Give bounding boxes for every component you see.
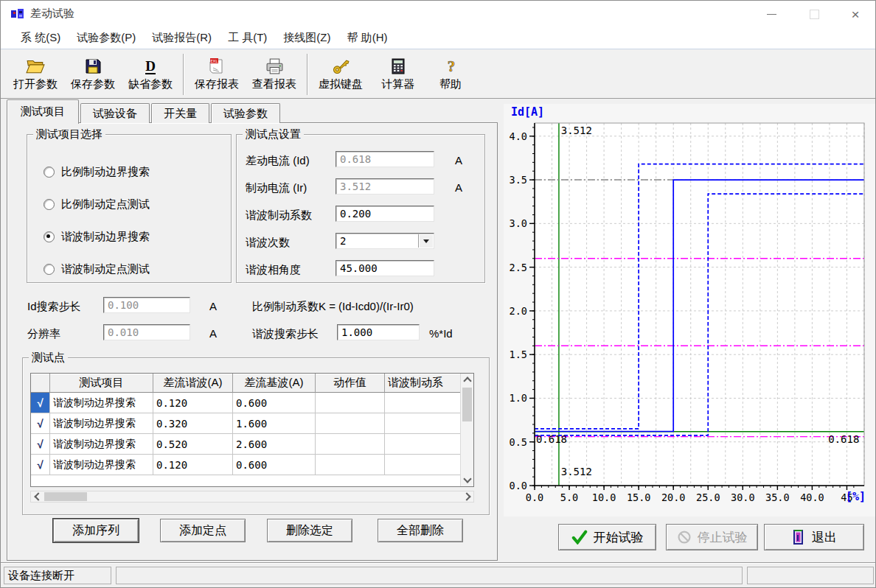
radio-ratio-boundary-search[interactable]: 比例制动边界搜索	[44, 164, 150, 179]
id-search-step-input[interactable]: 0.100	[103, 297, 190, 313]
add-fixed-point-button[interactable]: 添加定点	[160, 519, 246, 542]
chevron-left-icon	[34, 492, 42, 500]
tab-body-test-items: 测试项目选择 比例制动边界搜索 比例制动定点测试 谐波制动边界搜索 谐波制动定点…	[7, 122, 498, 561]
scroll-right-arrow[interactable]	[462, 491, 473, 502]
restraint-current-input[interactable]: 3.512	[336, 178, 434, 195]
radio-icon-selected	[44, 231, 55, 242]
row-check-cell[interactable]: √	[31, 413, 50, 434]
add-sequence-button[interactable]: 添加序列	[53, 519, 139, 542]
harmonic-order-label: 谐波次数	[246, 236, 290, 250]
cell-diff-fundamental[interactable]: 1.600	[233, 413, 316, 434]
menu-test-params[interactable]: 试验参数(P)	[69, 28, 144, 48]
cell-diff-fundamental[interactable]: 0.600	[233, 393, 316, 413]
dropdown-button[interactable]	[418, 234, 433, 248]
status-bar: 设备连接断开	[1, 562, 875, 588]
chevron-up-icon	[463, 377, 471, 385]
svg-text:4.0: 4.0	[510, 130, 527, 142]
cell-action-value[interactable]	[316, 413, 385, 434]
toolbar-virtual-keyboard[interactable]: 虚拟键盘	[312, 53, 369, 96]
restraint-current-unit: A	[455, 181, 462, 194]
table-row[interactable]: √ 谐波制动边界搜索 0.520 2.600	[31, 434, 460, 455]
tab-test-device[interactable]: 试验设备	[80, 103, 150, 123]
calculator-icon	[389, 57, 408, 76]
cell-diff-harmonic[interactable]: 0.120	[153, 393, 233, 413]
menu-system[interactable]: 系 统(S)	[13, 28, 69, 48]
cell-diff-harmonic[interactable]: 0.320	[153, 413, 233, 434]
harmonic-order-combobox[interactable]: 2	[336, 233, 434, 249]
toolbar-open-params[interactable]: 打开参数	[7, 53, 64, 96]
cell-action-value[interactable]	[316, 434, 385, 455]
row-check-cell[interactable]: √	[31, 393, 50, 413]
cell-diff-harmonic[interactable]: 0.120	[153, 455, 233, 475]
status-extra-area	[747, 567, 874, 584]
tab-switch-quantity[interactable]: 开关量	[151, 103, 209, 123]
cell-harmonic-coef[interactable]	[385, 434, 460, 455]
radio-icon	[44, 167, 55, 178]
toolbar-view-report[interactable]: 查看报表	[246, 53, 303, 96]
close-button[interactable]: ×	[838, 1, 872, 27]
toolbar-open-params-label: 打开参数	[13, 77, 58, 91]
row-check-cell[interactable]: √	[31, 455, 50, 475]
exit-button[interactable]: 退出	[764, 524, 864, 550]
scroll-down-arrow[interactable]	[461, 474, 473, 486]
table-horizontal-scrollbar[interactable]	[30, 491, 474, 503]
window-title: 差动试验	[30, 7, 74, 21]
delete-selected-button[interactable]: 删除选定	[267, 519, 352, 542]
cell-action-value[interactable]	[316, 393, 385, 413]
menu-help[interactable]: 帮 助(H)	[338, 28, 395, 48]
tab-test-items[interactable]: 测试项目	[7, 99, 79, 124]
radio-harmonic-boundary-search[interactable]: 谐波制动边界搜索	[44, 229, 150, 244]
scrollbar-thumb[interactable]	[462, 388, 472, 421]
cell-test-item[interactable]: 谐波制动边界搜索	[50, 413, 153, 434]
menu-test-report[interactable]: 试验报告(R)	[144, 28, 220, 48]
radio-ratio-fixed-point-test[interactable]: 比例制动定点测试	[44, 197, 150, 211]
menu-wiring-diagram[interactable]: 接线图(Z)	[275, 28, 338, 48]
maximize-icon	[810, 10, 819, 19]
cell-diff-fundamental[interactable]: 0.600	[233, 455, 316, 475]
toolbar-save-report-label: 保存报表	[195, 77, 239, 91]
cell-test-item[interactable]: 谐波制动边界搜索	[50, 393, 153, 413]
start-test-button[interactable]: 开始试验	[558, 524, 656, 550]
table-vertical-scrollbar[interactable]	[460, 374, 473, 486]
toolbar-help[interactable]: ? 帮助	[427, 53, 474, 96]
table-row[interactable]: √ 谐波制动边界搜索 0.120 0.600	[31, 455, 460, 475]
toolbar-calculator[interactable]: 计算器	[369, 53, 427, 96]
toolbar-save-report[interactable]: EXL 保存报表	[188, 53, 246, 96]
cell-test-item[interactable]: 谐波制动边界搜索	[50, 455, 153, 475]
toolbar-save-params[interactable]: 保存参数	[64, 53, 122, 96]
app-window: 差动试验 × 系 统(S) 试验参数(P) 试验报告(R) 工 具(T) 接线图…	[0, 0, 876, 588]
harmonic-phase-angle-input[interactable]: 45.000	[336, 260, 434, 276]
tab-test-params[interactable]: 试验参数	[211, 103, 280, 123]
cell-diff-fundamental[interactable]: 2.600	[233, 434, 316, 455]
harmonic-search-step-input[interactable]: 1.000	[337, 324, 420, 340]
table-row[interactable]: √ 谐波制动边界搜索 0.120 0.600	[31, 393, 460, 413]
radio-harmonic-fixed-point-test[interactable]: 谐波制动定点测试	[44, 262, 150, 276]
toolbar-default-params[interactable]: D 缺省参数	[122, 53, 179, 96]
svg-text:3.5: 3.5	[510, 174, 527, 186]
menu-tools[interactable]: 工 具(T)	[220, 28, 275, 48]
cell-diff-harmonic[interactable]: 0.520	[153, 434, 233, 455]
scrollbar-thumb[interactable]	[44, 492, 87, 501]
cell-harmonic-coef[interactable]	[385, 413, 460, 434]
cell-harmonic-coef[interactable]	[385, 455, 460, 475]
cell-harmonic-coef[interactable]	[385, 393, 460, 413]
check-icon: √	[37, 397, 43, 408]
scroll-up-arrow[interactable]	[461, 374, 473, 386]
toolbar: 打开参数 保存参数 D 缺省参数 EXL 保存报表 查看报表	[1, 50, 875, 99]
resolution-input[interactable]: 0.010	[103, 324, 190, 340]
scroll-left-arrow[interactable]	[31, 491, 43, 502]
diff-current-input[interactable]: 0.618	[336, 151, 434, 167]
minimize-button[interactable]	[754, 1, 788, 27]
app-icon	[11, 7, 24, 21]
cell-action-value[interactable]	[316, 455, 385, 475]
maximize-button[interactable]	[797, 1, 831, 27]
delete-all-button[interactable]: 全部删除	[378, 519, 463, 542]
row-check-cell[interactable]: √	[31, 434, 50, 455]
title-bar: 差动试验 ×	[1, 1, 875, 27]
differential-chart: 0.05.010.015.020.025.030.035.040.0450.00…	[504, 104, 875, 511]
svg-text:20.0: 20.0	[661, 491, 686, 503]
harmonic-search-step-unit: %*Id	[429, 327, 453, 340]
harmonic-restraint-coef-input[interactable]: 0.200	[336, 206, 434, 222]
cell-test-item[interactable]: 谐波制动边界搜索	[50, 434, 153, 455]
table-row[interactable]: √ 谐波制动边界搜索 0.320 1.600	[31, 413, 460, 434]
